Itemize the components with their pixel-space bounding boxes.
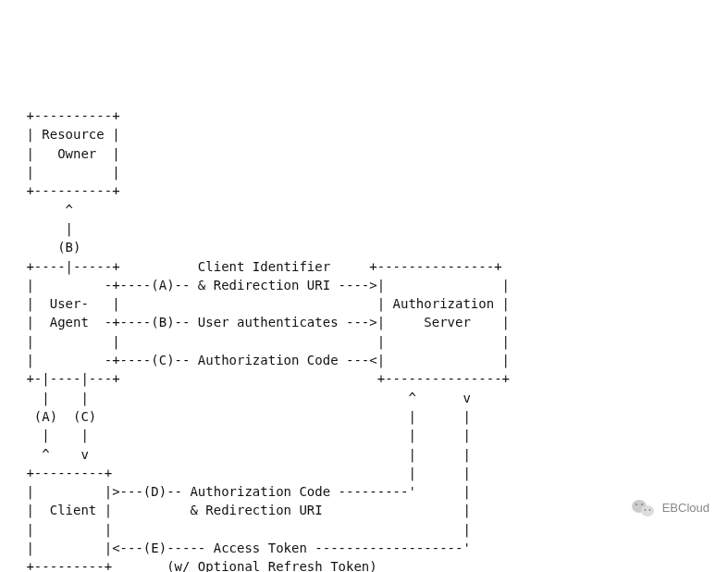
ascii-diagram: +----------+ | Resource | | Owner | | | … <box>19 106 709 572</box>
svg-point-1 <box>641 505 654 516</box>
svg-point-4 <box>644 509 646 511</box>
svg-point-2 <box>635 504 637 505</box>
wechat-icon <box>631 464 655 553</box>
watermark: EBCloud <box>631 464 709 553</box>
watermark-label: EBCloud <box>662 500 709 517</box>
svg-point-3 <box>641 504 643 505</box>
svg-point-5 <box>648 509 650 511</box>
